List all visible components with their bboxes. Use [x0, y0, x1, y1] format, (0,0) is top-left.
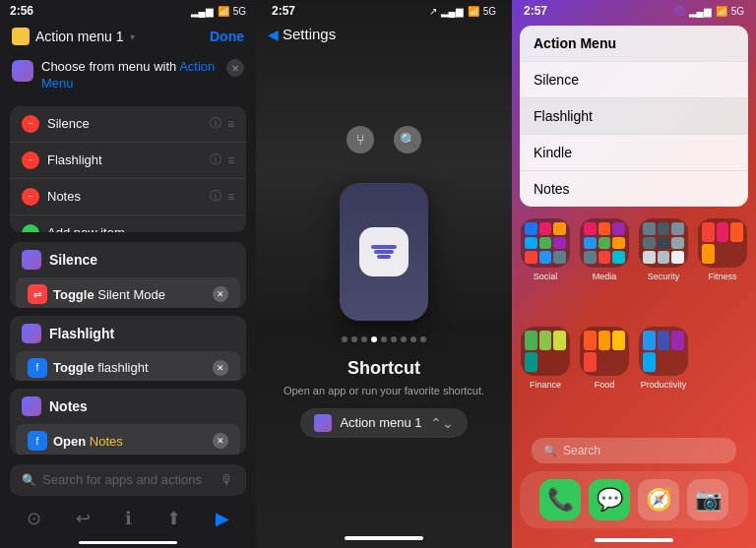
flashlight-toggle-icon: f: [28, 358, 47, 378]
search-bar-1[interactable]: 🔍 Search for apps and actions 🎙: [10, 464, 246, 496]
folder-social[interactable]: Social: [520, 218, 571, 319]
drag-handle-notes: ≡: [227, 190, 234, 204]
menu-item-notes[interactable]: − Notes ⓘ ≡: [10, 179, 246, 215]
chevrons-icon: ⌃⌄: [430, 415, 454, 431]
info-icon-silence[interactable]: ⓘ: [210, 115, 221, 132]
toolbar-btn-3[interactable]: ℹ: [125, 508, 132, 529]
toolbar-btn-1[interactable]: ⊙: [27, 508, 41, 529]
action-menu-item-silence[interactable]: Silence: [520, 62, 748, 98]
widget-area: ⑂ 🔍: [256, 46, 512, 528]
folder-finance[interactable]: Finance: [520, 327, 571, 427]
folder-label-food: Food: [595, 380, 615, 390]
folder-icon-productivity: [639, 327, 688, 376]
dot-6: [391, 336, 397, 342]
folder-label-media: Media: [593, 272, 617, 281]
home-indicator-1: [79, 541, 177, 545]
status-bar-2: 2:57 ↗ ▂▄▆ 📶 5G: [256, 0, 512, 22]
status-icons-2: ↗ ▂▄▆ 📶 5G: [429, 6, 496, 17]
folder-label-finance: Finance: [530, 380, 561, 390]
action-menu-item-notes[interactable]: Notes: [520, 171, 748, 207]
folder-icon-media: [580, 218, 629, 268]
open-notes-text: Open Notes: [53, 434, 207, 449]
dock-safari[interactable]: 🧭: [638, 479, 679, 520]
dock-camera[interactable]: 📷: [687, 479, 728, 520]
shortcut-name: Action menu 1: [35, 29, 124, 44]
close-choose-button[interactable]: ✕: [226, 59, 244, 77]
menu-item-silence[interactable]: − Silence ⓘ ≡: [10, 106, 246, 143]
back-button-2[interactable]: ◀: [268, 27, 279, 42]
folder-icon-food: [580, 327, 629, 376]
dot-4: [371, 336, 377, 342]
action-menu-item-flashlight[interactable]: Flashlight: [520, 98, 748, 135]
close-silence-action[interactable]: ✕: [213, 286, 228, 302]
action-menu-item-title: Action Menu: [520, 26, 748, 62]
choose-text: Choose from menu with Action Menu: [41, 59, 219, 92]
flashlight-label: Flashlight: [47, 152, 210, 167]
flashlight-action-header: Flashlight: [10, 316, 246, 351]
p3-content: 2:57 ▂▄▆ 📶 5G Action Menu Silence Flashl…: [512, 0, 756, 548]
shortcuts-editor-panel: 2:56 ▂▄▆ 📶 5G Action menu 1 ▾ Done Choos…: [0, 0, 256, 548]
status-icons-1: ▂▄▆ 📶 5G: [191, 6, 246, 17]
folder-label-productivity: Productivity: [641, 380, 687, 390]
menu-items-list: − Silence ⓘ ≡ − Flashlight ⓘ ≡ − Notes ⓘ…: [10, 106, 246, 232]
toolbar-btn-2[interactable]: ↩: [76, 508, 91, 529]
toggle-flashlight-text: Toggle flashlight: [53, 360, 207, 375]
folder-icon-social: [521, 218, 570, 268]
notes-action-block: Notes f Open Notes ✕: [10, 389, 246, 454]
home-screen-panel: 2:57 ▂▄▆ 📶 5G Action Menu Silence Flashl…: [512, 0, 756, 548]
shortcut-widget[interactable]: [340, 183, 428, 321]
status-bar-3: 2:57 ▂▄▆ 📶 5G: [512, 0, 756, 22]
flashlight-dot: −: [22, 152, 39, 169]
battery-icon-3: 5G: [731, 6, 744, 17]
toolbar-btn-play[interactable]: ▶: [216, 508, 229, 529]
search-icon-3: 🔍: [543, 445, 557, 457]
status-time-1: 2:56: [10, 4, 33, 18]
info-icon-notes[interactable]: ⓘ: [210, 188, 221, 205]
home-search-bar[interactable]: 🔍 Search: [532, 438, 736, 463]
done-button[interactable]: Done: [210, 29, 244, 44]
add-dot: [22, 224, 39, 232]
menu-item-flashlight[interactable]: − Flashlight ⓘ ≡: [10, 143, 246, 179]
toggle-silent-text: Toggle Silent Mode: [53, 287, 207, 302]
folder-media[interactable]: Media: [579, 218, 630, 319]
notes-dot: −: [22, 188, 39, 206]
info-icon-flashlight[interactable]: ⓘ: [210, 152, 221, 168]
folder-label-fitness: Fitness: [708, 272, 736, 281]
toolbar-btn-4[interactable]: ⬆: [166, 508, 181, 529]
flashlight-header-icon: [22, 324, 41, 343]
dot-2: [351, 336, 357, 342]
app-folders-grid: Social Media: [512, 211, 756, 434]
dock-messages[interactable]: 💬: [589, 479, 630, 520]
shortcut-title: Action menu 1 ▾: [12, 28, 135, 45]
widget-settings-panel: 2:57 ↗ ▂▄▆ 📶 5G ◀ Settings ⑂ 🔍: [256, 0, 512, 548]
mic-icon[interactable]: 🎙: [220, 472, 234, 488]
wifi-icon-2: 📶: [468, 6, 479, 17]
add-new-label: Add new item: [47, 225, 234, 232]
toggle-icon: ⇄: [28, 284, 47, 304]
widget-desc: Open an app or run your favorite shortcu…: [284, 385, 484, 396]
folder-fitness[interactable]: Fitness: [697, 218, 748, 319]
action-selector[interactable]: Action menu 1 ⌃⌄: [300, 408, 467, 438]
silence-dot: −: [22, 115, 39, 133]
folder-food[interactable]: Food: [579, 327, 630, 427]
battery-icon: 5G: [233, 6, 246, 17]
signal-icon: ▂▄▆: [191, 6, 214, 17]
dock: 📞 💬 🧭 📷: [520, 471, 748, 528]
flashlight-header-text: Flashlight: [49, 326, 114, 341]
folder-productivity[interactable]: Productivity: [638, 327, 689, 427]
panel2-content: 2:57 ↗ ▂▄▆ 📶 5G ◀ Settings ⑂ 🔍: [256, 0, 512, 548]
folder-security[interactable]: Security: [638, 218, 689, 319]
menu-item-add-new[interactable]: Add new item: [10, 215, 246, 232]
toggle-silent-row[interactable]: ⇄ Toggle Silent Mode ✕: [16, 277, 240, 307]
toggle-flashlight-row[interactable]: f Toggle flashlight ✕: [16, 351, 240, 381]
open-notes-row[interactable]: f Open Notes ✕: [16, 424, 240, 454]
wifi-icon-3: 📶: [716, 6, 727, 17]
choose-from-menu-row: Choose from menu with Action Menu ✕: [0, 51, 256, 100]
silence-label: Silence: [47, 116, 210, 131]
action-menu-item-kindle[interactable]: Kindle: [520, 135, 748, 171]
search-placeholder-3: Search: [563, 444, 600, 457]
folder-label-security: Security: [648, 272, 680, 281]
dock-phone[interactable]: 📞: [539, 479, 581, 520]
close-flashlight-action[interactable]: ✕: [213, 360, 228, 376]
close-notes-action[interactable]: ✕: [213, 433, 228, 449]
